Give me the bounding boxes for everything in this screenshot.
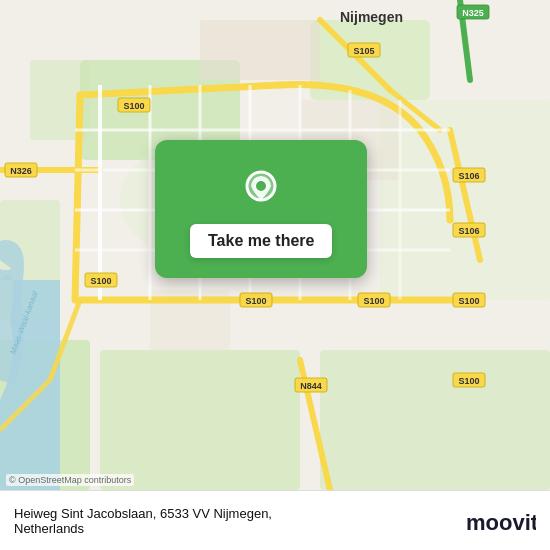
moovit-logo: moovit: [466, 506, 536, 536]
svg-text:N844: N844: [300, 381, 322, 391]
address-line1: Heiweg Sint Jacobslaan, 6533 VV Nijmegen…: [14, 506, 272, 521]
address-country: Netherlands: [14, 521, 272, 536]
svg-text:moovit: moovit: [466, 510, 536, 535]
svg-text:N325: N325: [462, 8, 484, 18]
svg-text:S106: S106: [458, 171, 479, 181]
map-attribution: © OpenStreetMap contributors: [6, 474, 134, 486]
svg-text:Nijmegen: Nijmegen: [340, 9, 403, 25]
svg-text:S100: S100: [245, 296, 266, 306]
svg-rect-4: [100, 350, 300, 490]
footer-address-block: Heiweg Sint Jacobslaan, 6533 VV Nijmegen…: [14, 506, 272, 536]
svg-text:S105: S105: [353, 46, 374, 56]
svg-rect-5: [320, 350, 550, 490]
svg-point-64: [256, 181, 266, 191]
svg-text:S100: S100: [458, 376, 479, 386]
location-pin-icon: [243, 170, 279, 214]
svg-text:S100: S100: [90, 276, 111, 286]
moovit-logo-svg: moovit: [466, 506, 536, 536]
footer: Heiweg Sint Jacobslaan, 6533 VV Nijmegen…: [0, 490, 550, 550]
take-me-there-label[interactable]: Take me there: [190, 224, 332, 258]
svg-text:S100: S100: [123, 101, 144, 111]
take-me-there-popup[interactable]: Take me there: [155, 140, 367, 278]
svg-text:S100: S100: [363, 296, 384, 306]
svg-text:N326: N326: [10, 166, 32, 176]
svg-rect-10: [200, 20, 320, 80]
map-container: Maas-Waal-kanaal Nijmegen S100 S100 S100…: [0, 0, 550, 490]
svg-text:S100: S100: [458, 296, 479, 306]
svg-text:S106: S106: [458, 226, 479, 236]
svg-line-15: [75, 95, 80, 300]
